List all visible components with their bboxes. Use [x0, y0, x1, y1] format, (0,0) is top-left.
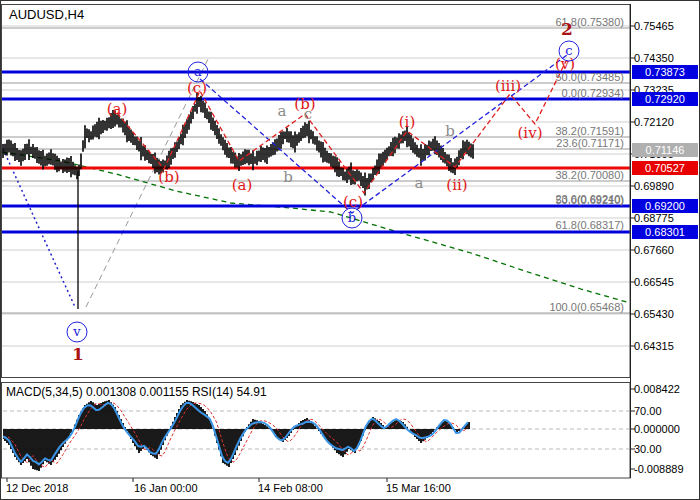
price-level-badge: 0.72920 [632, 92, 698, 106]
wave-label: v [67, 322, 88, 343]
macd-tick-label: 70.00 [634, 405, 662, 417]
wave-label: (a) [107, 100, 128, 118]
fib-level-label: 61.8(0.68317) [556, 219, 625, 231]
price-level-badge: 0.71146 [632, 143, 698, 157]
date-tick-label: 12 Dec 2018 [6, 482, 68, 494]
fib-level-label: 100.0(0.65468) [549, 301, 624, 313]
date-tick-label: 16 Jan 00:00 [134, 482, 198, 494]
price-tick-label: 0.66545 [634, 276, 674, 288]
wave-label: b [283, 168, 293, 186]
wave-label: 2 [561, 19, 573, 39]
macd-tick-label: -0.008889 [634, 463, 684, 475]
price-level-badge: 0.69200 [632, 199, 698, 213]
date-tick-label: 15 Mar 16:00 [386, 482, 451, 494]
wave-label: b [342, 208, 363, 229]
wave-label: (b) [158, 168, 179, 186]
wave-label: a [278, 102, 287, 120]
symbol-timeframe-label: AUDUSD,H4 [9, 7, 84, 22]
date-tick-label: 14 Feb 08:00 [258, 482, 323, 494]
fib-level-label: 38.2(0.71591) [556, 125, 625, 137]
wave-label: (ii) [446, 176, 467, 194]
price-tick-label: 0.69890 [634, 180, 674, 192]
price-tick-label: 0.68775 [634, 212, 674, 224]
price-level-badge: 0.73873 [632, 65, 698, 79]
wave-label: (a) [232, 176, 253, 194]
wave-label: a [188, 62, 209, 83]
macd-indicator-header: MACD(5,34,5) 0.001308 0.001155 RSI(14) 5… [6, 385, 267, 399]
wave-label: (b) [294, 95, 315, 113]
wave-label: (iii) [495, 77, 521, 95]
price-tick-label: 0.75465 [634, 20, 674, 32]
price-tick-label: 0.74350 [634, 52, 674, 64]
fib-level-label: 38.2(0.70080) [556, 169, 625, 181]
wave-label: (iv) [518, 124, 543, 142]
price-tick-label: 0.64315 [634, 340, 674, 352]
wave-label: c [559, 41, 580, 62]
price-tick-label: 0.65430 [634, 308, 674, 320]
fib-level-label: 0.0(0.72934) [562, 87, 624, 99]
price-tick-label: 0.67660 [634, 244, 674, 256]
chart-window: AUDUSD,H4 0.754650.743500.732350.721200.… [0, 0, 700, 500]
wave-label: a [415, 174, 424, 192]
wave-label: (i) [399, 113, 416, 131]
macd-tick-label: 30.00 [634, 443, 662, 455]
price-level-badge: 0.68301 [632, 225, 698, 239]
macd-tick-label: 0.008422 [634, 383, 680, 395]
fib-level-label: 23.6(0.71171) [556, 137, 624, 149]
fib-level-label: 50.0(0.69210) [556, 194, 625, 206]
macd-tick-label: 0.000000 [634, 423, 680, 435]
wave-label: b [445, 122, 455, 140]
price-tick-label: 0.72120 [634, 116, 674, 128]
wave-label: 1 [72, 344, 84, 364]
price-level-badge: 0.70527 [632, 161, 698, 175]
